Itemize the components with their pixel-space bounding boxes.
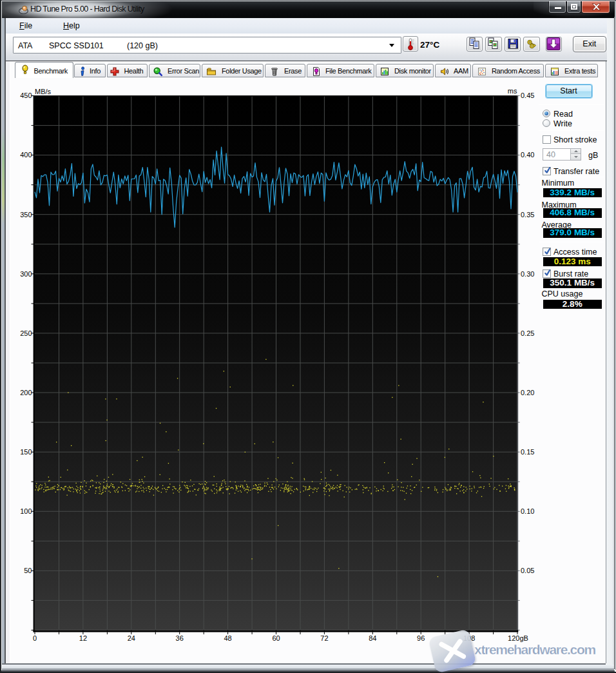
svg-text:0.40: 0.40 [521, 151, 534, 159]
svg-text:MB/s: MB/s [35, 88, 52, 95]
svg-text:50: 50 [24, 567, 32, 574]
svg-text:400: 400 [20, 151, 32, 159]
svg-text:60: 60 [272, 634, 280, 642]
svg-text:12: 12 [79, 634, 87, 642]
svg-text:300: 300 [20, 270, 32, 278]
svg-text:72: 72 [320, 634, 328, 642]
svg-text:350: 350 [20, 211, 32, 219]
svg-text:120gB: 120gB [508, 634, 528, 642]
svg-text:24: 24 [128, 634, 135, 642]
svg-text:96: 96 [417, 634, 425, 642]
svg-text:0.45: 0.45 [521, 92, 534, 99]
svg-text:450: 450 [20, 92, 32, 99]
svg-text:0.25: 0.25 [521, 329, 534, 337]
svg-text:36: 36 [176, 634, 184, 642]
svg-text:0.20: 0.20 [521, 389, 534, 396]
svg-text:0.10: 0.10 [521, 507, 534, 515]
svg-text:84: 84 [369, 634, 376, 642]
svg-text:0.30: 0.30 [521, 270, 534, 278]
svg-text:0.05: 0.05 [521, 567, 534, 574]
svg-text:250: 250 [20, 329, 32, 337]
svg-text:200: 200 [20, 389, 32, 396]
svg-text:0.15: 0.15 [521, 448, 534, 456]
svg-text:150: 150 [20, 448, 32, 456]
svg-text:100: 100 [20, 507, 32, 515]
svg-text:48: 48 [224, 634, 231, 642]
svg-text:0: 0 [33, 634, 37, 642]
svg-text:ms: ms [508, 87, 517, 95]
svg-text:0.35: 0.35 [521, 211, 534, 219]
